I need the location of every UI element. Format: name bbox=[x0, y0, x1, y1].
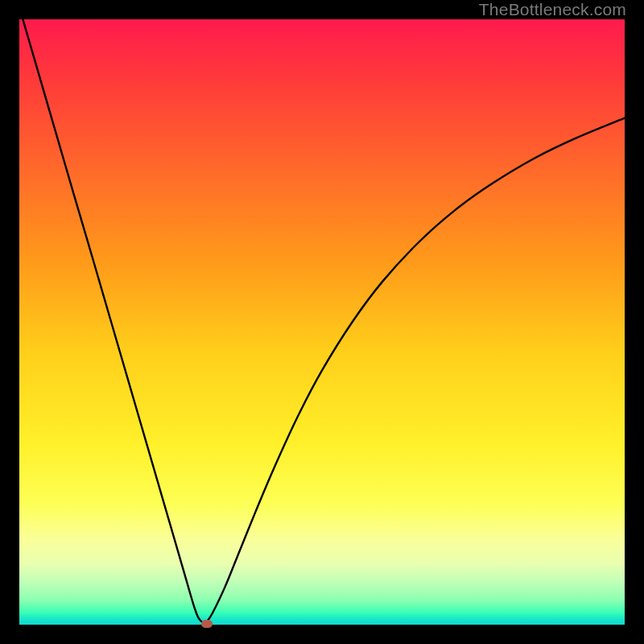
watermark-text: TheBottleneck.com bbox=[479, 0, 626, 19]
optimum-marker bbox=[201, 620, 213, 628]
curve-path bbox=[19, 7, 625, 622]
chart-plot-area bbox=[19, 19, 625, 625]
chart-frame: TheBottleneck.com bbox=[0, 0, 644, 644]
bottleneck-curve bbox=[19, 19, 625, 625]
